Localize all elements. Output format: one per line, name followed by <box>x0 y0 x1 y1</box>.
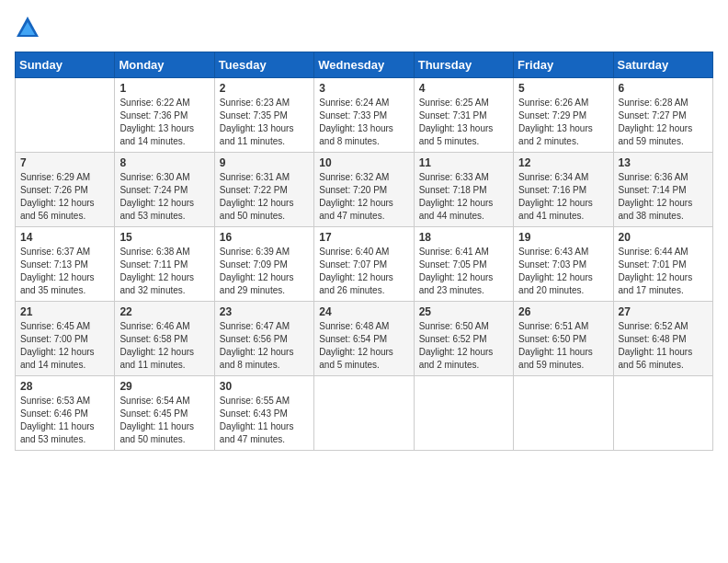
day-number: 16 <box>220 231 309 244</box>
day-number: 28 <box>20 380 109 393</box>
calendar-week-row: 7Sunrise: 6:29 AMSunset: 7:26 PMDaylight… <box>16 153 713 227</box>
calendar-cell: 4Sunrise: 6:25 AMSunset: 7:31 PMDaylight… <box>414 78 513 153</box>
day-info: Sunrise: 6:41 AMSunset: 7:05 PMDaylight:… <box>419 246 508 297</box>
calendar-cell: 8Sunrise: 6:30 AMSunset: 7:24 PMDaylight… <box>115 153 214 227</box>
calendar-cell: 30Sunrise: 6:55 AMSunset: 6:43 PMDayligh… <box>214 376 313 451</box>
calendar-cell: 13Sunrise: 6:36 AMSunset: 7:14 PMDayligh… <box>613 153 712 227</box>
day-number: 29 <box>119 380 209 393</box>
calendar-cell <box>314 376 414 451</box>
day-number: 19 <box>518 231 608 244</box>
day-number: 15 <box>119 231 209 244</box>
calendar-cell <box>613 376 712 451</box>
logo <box>15 15 44 40</box>
day-info: Sunrise: 6:55 AMSunset: 6:43 PMDaylight:… <box>220 395 309 446</box>
calendar-cell: 18Sunrise: 6:41 AMSunset: 7:05 PMDayligh… <box>414 227 513 302</box>
day-number: 4 <box>419 82 508 95</box>
day-number: 22 <box>119 305 209 318</box>
day-info: Sunrise: 6:44 AMSunset: 7:01 PMDaylight:… <box>619 246 708 297</box>
day-info: Sunrise: 6:30 AMSunset: 7:24 PMDaylight:… <box>119 171 209 223</box>
calendar-cell: 7Sunrise: 6:29 AMSunset: 7:26 PMDaylight… <box>16 153 115 227</box>
day-info: Sunrise: 6:36 AMSunset: 7:14 PMDaylight:… <box>619 171 708 223</box>
calendar-cell: 15Sunrise: 6:38 AMSunset: 7:11 PMDayligh… <box>115 227 214 302</box>
day-number: 12 <box>518 156 608 169</box>
calendar-week-row: 28Sunrise: 6:53 AMSunset: 6:46 PMDayligh… <box>16 376 713 451</box>
calendar-cell: 12Sunrise: 6:34 AMSunset: 7:16 PMDayligh… <box>514 153 613 227</box>
day-info: Sunrise: 6:28 AMSunset: 7:27 PMDaylight:… <box>619 97 708 148</box>
day-info: Sunrise: 6:33 AMSunset: 7:18 PMDaylight:… <box>419 171 508 223</box>
day-number: 8 <box>119 156 209 169</box>
day-info: Sunrise: 6:25 AMSunset: 7:31 PMDaylight:… <box>419 97 508 148</box>
day-number: 17 <box>319 231 408 244</box>
day-number: 6 <box>619 82 708 95</box>
calendar-header-row: SundayMondayTuesdayWednesdayThursdayFrid… <box>16 52 713 78</box>
weekday-header: Monday <box>115 52 214 78</box>
calendar-cell <box>16 78 115 153</box>
calendar-cell: 27Sunrise: 6:52 AMSunset: 6:48 PMDayligh… <box>613 302 712 376</box>
page-header <box>15 15 713 40</box>
day-number: 3 <box>319 82 408 95</box>
day-info: Sunrise: 6:51 AMSunset: 6:50 PMDaylight:… <box>518 320 608 372</box>
calendar-cell: 3Sunrise: 6:24 AMSunset: 7:33 PMDaylight… <box>314 78 414 153</box>
calendar-cell: 22Sunrise: 6:46 AMSunset: 6:58 PMDayligh… <box>115 302 214 376</box>
calendar-week-row: 21Sunrise: 6:45 AMSunset: 7:00 PMDayligh… <box>16 302 713 376</box>
calendar-cell: 28Sunrise: 6:53 AMSunset: 6:46 PMDayligh… <box>16 376 115 451</box>
calendar-cell <box>414 376 513 451</box>
day-info: Sunrise: 6:43 AMSunset: 7:03 PMDaylight:… <box>518 246 608 297</box>
day-number: 24 <box>319 305 408 318</box>
day-number: 9 <box>220 156 309 169</box>
calendar-cell: 29Sunrise: 6:54 AMSunset: 6:45 PMDayligh… <box>115 376 214 451</box>
calendar-cell: 2Sunrise: 6:23 AMSunset: 7:35 PMDaylight… <box>214 78 313 153</box>
calendar-cell: 9Sunrise: 6:31 AMSunset: 7:22 PMDaylight… <box>214 153 313 227</box>
day-info: Sunrise: 6:34 AMSunset: 7:16 PMDaylight:… <box>518 171 608 223</box>
day-number: 2 <box>220 82 309 95</box>
weekday-header: Thursday <box>414 52 513 78</box>
weekday-header: Saturday <box>613 52 712 78</box>
calendar-cell: 6Sunrise: 6:28 AMSunset: 7:27 PMDaylight… <box>613 78 712 153</box>
day-info: Sunrise: 6:46 AMSunset: 6:58 PMDaylight:… <box>119 320 209 372</box>
day-info: Sunrise: 6:31 AMSunset: 7:22 PMDaylight:… <box>220 171 309 223</box>
day-number: 23 <box>220 305 309 318</box>
calendar-cell: 17Sunrise: 6:40 AMSunset: 7:07 PMDayligh… <box>314 227 414 302</box>
calendar-cell: 24Sunrise: 6:48 AMSunset: 6:54 PMDayligh… <box>314 302 414 376</box>
day-info: Sunrise: 6:29 AMSunset: 7:26 PMDaylight:… <box>20 171 109 223</box>
day-number: 11 <box>419 156 508 169</box>
day-info: Sunrise: 6:45 AMSunset: 7:00 PMDaylight:… <box>20 320 109 372</box>
calendar-cell: 10Sunrise: 6:32 AMSunset: 7:20 PMDayligh… <box>314 153 414 227</box>
day-info: Sunrise: 6:53 AMSunset: 6:46 PMDaylight:… <box>20 395 109 446</box>
calendar-cell: 19Sunrise: 6:43 AMSunset: 7:03 PMDayligh… <box>514 227 613 302</box>
day-info: Sunrise: 6:26 AMSunset: 7:29 PMDaylight:… <box>518 97 608 148</box>
day-number: 7 <box>20 156 109 169</box>
weekday-header: Wednesday <box>314 52 414 78</box>
calendar-week-row: 14Sunrise: 6:37 AMSunset: 7:13 PMDayligh… <box>16 227 713 302</box>
weekday-header: Tuesday <box>214 52 313 78</box>
day-number: 5 <box>518 82 608 95</box>
calendar-cell: 25Sunrise: 6:50 AMSunset: 6:52 PMDayligh… <box>414 302 513 376</box>
day-info: Sunrise: 6:50 AMSunset: 6:52 PMDaylight:… <box>419 320 508 372</box>
calendar-cell: 26Sunrise: 6:51 AMSunset: 6:50 PMDayligh… <box>514 302 613 376</box>
day-number: 20 <box>619 231 708 244</box>
day-number: 10 <box>319 156 408 169</box>
day-info: Sunrise: 6:39 AMSunset: 7:09 PMDaylight:… <box>220 246 309 297</box>
day-info: Sunrise: 6:22 AMSunset: 7:36 PMDaylight:… <box>119 97 209 148</box>
day-number: 21 <box>20 305 109 318</box>
day-number: 27 <box>619 305 708 318</box>
day-info: Sunrise: 6:37 AMSunset: 7:13 PMDaylight:… <box>20 246 109 297</box>
calendar-week-row: 1Sunrise: 6:22 AMSunset: 7:36 PMDaylight… <box>16 78 713 153</box>
day-info: Sunrise: 6:38 AMSunset: 7:11 PMDaylight:… <box>119 246 209 297</box>
day-number: 13 <box>619 156 708 169</box>
calendar-cell: 20Sunrise: 6:44 AMSunset: 7:01 PMDayligh… <box>613 227 712 302</box>
calendar-cell: 21Sunrise: 6:45 AMSunset: 7:00 PMDayligh… <box>16 302 115 376</box>
logo-icon <box>15 15 40 40</box>
day-number: 25 <box>419 305 508 318</box>
day-number: 18 <box>419 231 508 244</box>
day-number: 30 <box>220 380 309 393</box>
day-number: 26 <box>518 305 608 318</box>
day-info: Sunrise: 6:48 AMSunset: 6:54 PMDaylight:… <box>319 320 408 372</box>
calendar-cell: 23Sunrise: 6:47 AMSunset: 6:56 PMDayligh… <box>214 302 313 376</box>
calendar-cell: 1Sunrise: 6:22 AMSunset: 7:36 PMDaylight… <box>115 78 214 153</box>
calendar-table: SundayMondayTuesdayWednesdayThursdayFrid… <box>15 52 713 451</box>
day-info: Sunrise: 6:32 AMSunset: 7:20 PMDaylight:… <box>319 171 408 223</box>
weekday-header: Sunday <box>16 52 115 78</box>
weekday-header: Friday <box>514 52 613 78</box>
calendar-cell: 5Sunrise: 6:26 AMSunset: 7:29 PMDaylight… <box>514 78 613 153</box>
